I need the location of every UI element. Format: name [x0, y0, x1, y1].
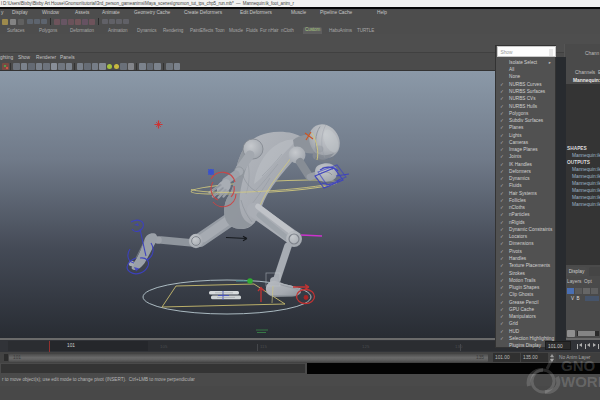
svg-text:GNO: GNO — [561, 357, 596, 374]
svg-text:WORK: WORK — [561, 373, 600, 390]
